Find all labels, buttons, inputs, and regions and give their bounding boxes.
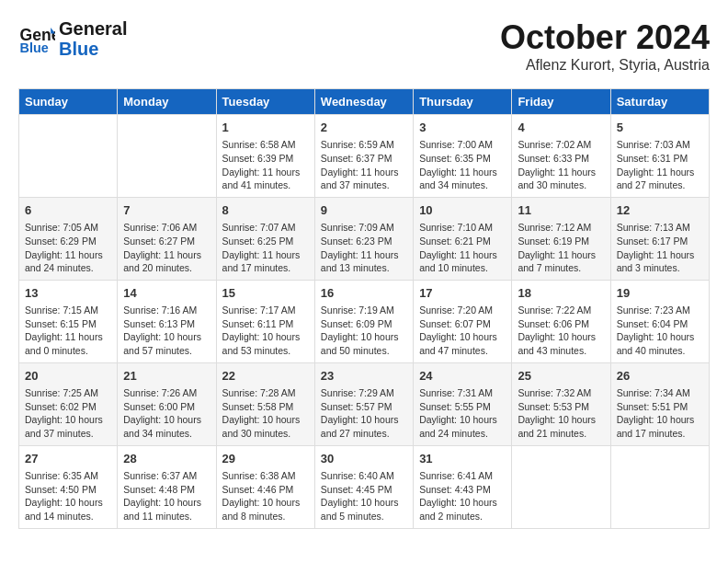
day-number: 9 [321, 202, 407, 219]
calendar-week-row: 20Sunrise: 7:25 AM Sunset: 6:02 PM Dayli… [19, 362, 710, 445]
day-number: 11 [518, 202, 604, 219]
title-block: October 2024 Aflenz Kurort, Styria, Aust… [500, 18, 710, 74]
page-header: General Blue General Blue October 2024 A… [18, 18, 710, 74]
day-number: 31 [419, 451, 506, 467]
calendar-cell: 20Sunrise: 7:25 AM Sunset: 6:02 PM Dayli… [19, 362, 118, 445]
calendar-cell: 24Sunrise: 7:31 AM Sunset: 5:55 PM Dayli… [414, 362, 512, 445]
calendar-cell: 22Sunrise: 7:28 AM Sunset: 5:58 PM Dayli… [216, 362, 314, 445]
day-info: Sunrise: 7:13 AM Sunset: 6:17 PM Dayligh… [617, 221, 703, 275]
day-number: 19 [617, 285, 703, 302]
calendar-cell [512, 445, 610, 528]
day-info: Sunrise: 7:26 AM Sunset: 6:00 PM Dayligh… [123, 386, 210, 441]
day-number: 15 [222, 285, 309, 302]
day-info: Sunrise: 7:20 AM Sunset: 6:07 PM Dayligh… [419, 304, 506, 358]
day-number: 18 [518, 285, 604, 302]
day-number: 12 [617, 202, 703, 219]
day-number: 13 [25, 285, 111, 302]
day-info: Sunrise: 7:22 AM Sunset: 6:06 PM Dayligh… [518, 304, 604, 358]
weekday-header-cell: Wednesday [314, 89, 413, 115]
calendar-cell: 12Sunrise: 7:13 AM Sunset: 6:17 PM Dayli… [610, 197, 709, 280]
svg-text:Blue: Blue [20, 40, 49, 55]
calendar-cell: 17Sunrise: 7:20 AM Sunset: 6:07 PM Dayli… [414, 280, 512, 362]
day-number: 23 [321, 368, 407, 385]
day-info: Sunrise: 7:32 AM Sunset: 5:53 PM Dayligh… [518, 386, 604, 441]
weekday-header-row: SundayMondayTuesdayWednesdayThursdayFrid… [19, 89, 710, 115]
day-info: Sunrise: 7:34 AM Sunset: 5:51 PM Dayligh… [617, 386, 703, 441]
day-info: Sunrise: 7:19 AM Sunset: 6:09 PM Dayligh… [321, 304, 407, 358]
day-number: 5 [617, 120, 703, 136]
calendar-cell: 1Sunrise: 6:58 AM Sunset: 6:39 PM Daylig… [216, 115, 314, 198]
day-number: 7 [123, 202, 210, 219]
day-info: Sunrise: 7:23 AM Sunset: 6:04 PM Dayligh… [617, 304, 703, 358]
weekday-header-cell: Tuesday [216, 89, 314, 115]
calendar-cell: 31Sunrise: 6:41 AM Sunset: 4:43 PM Dayli… [414, 445, 512, 528]
calendar-cell: 13Sunrise: 7:15 AM Sunset: 6:15 PM Dayli… [19, 280, 118, 362]
day-number: 24 [419, 368, 506, 385]
calendar-cell: 19Sunrise: 7:23 AM Sunset: 6:04 PM Dayli… [610, 280, 709, 362]
day-info: Sunrise: 7:16 AM Sunset: 6:13 PM Dayligh… [123, 304, 210, 358]
logo: General Blue General Blue [18, 18, 127, 59]
day-info: Sunrise: 6:40 AM Sunset: 4:45 PM Dayligh… [321, 469, 407, 523]
calendar-cell: 9Sunrise: 7:09 AM Sunset: 6:23 PM Daylig… [314, 197, 413, 280]
day-number: 1 [222, 120, 309, 136]
day-number: 30 [321, 451, 407, 467]
weekday-header-cell: Friday [512, 89, 610, 115]
calendar-cell: 29Sunrise: 6:38 AM Sunset: 4:46 PM Dayli… [216, 445, 314, 528]
calendar-week-row: 6Sunrise: 7:05 AM Sunset: 6:29 PM Daylig… [19, 197, 710, 280]
day-info: Sunrise: 7:07 AM Sunset: 6:25 PM Dayligh… [222, 221, 309, 275]
day-info: Sunrise: 7:06 AM Sunset: 6:27 PM Dayligh… [123, 221, 210, 275]
day-number: 20 [25, 368, 111, 385]
calendar-cell: 18Sunrise: 7:22 AM Sunset: 6:06 PM Dayli… [512, 280, 610, 362]
day-info: Sunrise: 7:03 AM Sunset: 6:31 PM Dayligh… [617, 138, 703, 192]
month-title: October 2024 [500, 18, 710, 57]
calendar-body: 1Sunrise: 6:58 AM Sunset: 6:39 PM Daylig… [19, 115, 710, 529]
calendar-week-row: 1Sunrise: 6:58 AM Sunset: 6:39 PM Daylig… [19, 115, 710, 198]
day-info: Sunrise: 6:59 AM Sunset: 6:37 PM Dayligh… [321, 138, 407, 192]
calendar-cell: 3Sunrise: 7:00 AM Sunset: 6:35 PM Daylig… [414, 115, 512, 198]
calendar-cell [118, 115, 216, 198]
calendar-cell [19, 115, 118, 198]
weekday-header-cell: Thursday [414, 89, 512, 115]
day-info: Sunrise: 7:29 AM Sunset: 5:57 PM Dayligh… [321, 386, 407, 441]
day-info: Sunrise: 7:10 AM Sunset: 6:21 PM Dayligh… [419, 221, 506, 275]
calendar-cell: 10Sunrise: 7:10 AM Sunset: 6:21 PM Dayli… [414, 197, 512, 280]
calendar-cell: 15Sunrise: 7:17 AM Sunset: 6:11 PM Dayli… [216, 280, 314, 362]
day-info: Sunrise: 7:05 AM Sunset: 6:29 PM Dayligh… [25, 221, 111, 275]
calendar-cell: 6Sunrise: 7:05 AM Sunset: 6:29 PM Daylig… [19, 197, 118, 280]
calendar-cell: 14Sunrise: 7:16 AM Sunset: 6:13 PM Dayli… [118, 280, 216, 362]
day-info: Sunrise: 7:02 AM Sunset: 6:33 PM Dayligh… [518, 138, 604, 192]
day-number: 21 [123, 368, 210, 385]
calendar-cell [610, 445, 709, 528]
day-number: 8 [222, 202, 309, 219]
day-number: 16 [321, 285, 407, 302]
day-number: 28 [123, 451, 210, 467]
calendar-cell: 8Sunrise: 7:07 AM Sunset: 6:25 PM Daylig… [216, 197, 314, 280]
day-number: 2 [321, 120, 407, 136]
location-subtitle: Aflenz Kurort, Styria, Austria [500, 57, 710, 74]
day-info: Sunrise: 6:37 AM Sunset: 4:48 PM Dayligh… [123, 469, 210, 523]
calendar-week-row: 13Sunrise: 7:15 AM Sunset: 6:15 PM Dayli… [19, 280, 710, 362]
calendar-cell: 30Sunrise: 6:40 AM Sunset: 4:45 PM Dayli… [314, 445, 413, 528]
day-number: 29 [222, 451, 309, 467]
weekday-header-cell: Saturday [610, 89, 709, 115]
day-number: 10 [419, 202, 506, 219]
day-info: Sunrise: 7:00 AM Sunset: 6:35 PM Dayligh… [419, 138, 506, 192]
calendar-week-row: 27Sunrise: 6:35 AM Sunset: 4:50 PM Dayli… [19, 445, 710, 528]
weekday-header-cell: Sunday [19, 89, 118, 115]
day-info: Sunrise: 6:41 AM Sunset: 4:43 PM Dayligh… [419, 469, 506, 523]
calendar-cell: 4Sunrise: 7:02 AM Sunset: 6:33 PM Daylig… [512, 115, 610, 198]
calendar-table: SundayMondayTuesdayWednesdayThursdayFrid… [18, 88, 710, 529]
calendar-cell: 11Sunrise: 7:12 AM Sunset: 6:19 PM Dayli… [512, 197, 610, 280]
calendar-cell: 28Sunrise: 6:37 AM Sunset: 4:48 PM Dayli… [118, 445, 216, 528]
day-number: 3 [419, 120, 506, 136]
day-info: Sunrise: 7:09 AM Sunset: 6:23 PM Dayligh… [321, 221, 407, 275]
day-info: Sunrise: 7:12 AM Sunset: 6:19 PM Dayligh… [518, 221, 604, 275]
calendar-cell: 26Sunrise: 7:34 AM Sunset: 5:51 PM Dayli… [610, 362, 709, 445]
day-info: Sunrise: 7:28 AM Sunset: 5:58 PM Dayligh… [222, 386, 309, 441]
day-number: 6 [25, 202, 111, 219]
logo-icon: General Blue [18, 20, 55, 57]
day-info: Sunrise: 7:15 AM Sunset: 6:15 PM Dayligh… [25, 304, 111, 358]
calendar-cell: 7Sunrise: 7:06 AM Sunset: 6:27 PM Daylig… [118, 197, 216, 280]
calendar-cell: 27Sunrise: 6:35 AM Sunset: 4:50 PM Dayli… [19, 445, 118, 528]
day-number: 22 [222, 368, 309, 385]
